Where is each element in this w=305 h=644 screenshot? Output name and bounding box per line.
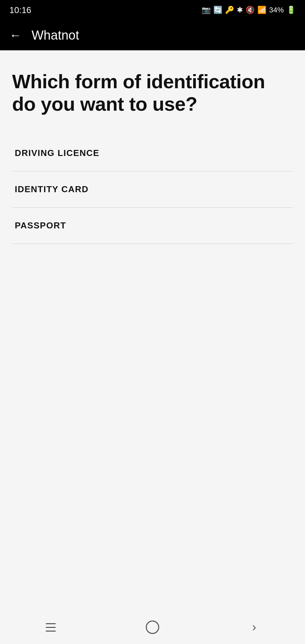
camera-icon: 📷: [202, 6, 211, 14]
battery-indicator: 34%: [269, 6, 284, 14]
status-time: 10:16: [9, 5, 31, 15]
recent-apps-icon: [46, 623, 56, 632]
option-driving-licence-label: DRIVING LICENCE: [15, 148, 99, 158]
options-list: DRIVING LICENCE IDENTITY CARD PASSPORT: [12, 135, 293, 244]
nav-title: Whatnot: [32, 28, 79, 43]
option-driving-licence[interactable]: DRIVING LICENCE: [12, 135, 293, 171]
option-passport[interactable]: PASSPORT: [12, 208, 293, 244]
android-nav-bar: ›: [0, 610, 305, 644]
nav-bar: ← Whatnot: [0, 20, 305, 50]
home-icon: [146, 621, 159, 634]
bluetooth-icon: ✱: [237, 6, 243, 14]
page-heading: Which form of identification do you want…: [12, 70, 293, 115]
back-button[interactable]: ←: [9, 28, 21, 42]
sync-icon: 🔄: [213, 6, 222, 14]
option-identity-card-label: IDENTITY CARD: [15, 184, 89, 195]
signal-icon: 📶: [257, 6, 266, 14]
option-identity-card[interactable]: IDENTITY CARD: [12, 171, 293, 208]
android-back-button[interactable]: ›: [241, 617, 268, 637]
battery-icon: 🔋: [287, 6, 296, 14]
main-content: Which form of identification do you want…: [0, 50, 305, 610]
android-back-icon: ›: [252, 620, 256, 634]
status-icons: 📷 🔄 🔑 ✱ 🔇 📶 34% 🔋: [202, 6, 296, 14]
option-passport-label: PASSPORT: [15, 220, 66, 231]
vpn-icon: 🔑: [225, 6, 234, 14]
home-button[interactable]: [139, 617, 166, 637]
recent-apps-button[interactable]: [37, 617, 64, 637]
status-bar: 10:16 📷 🔄 🔑 ✱ 🔇 📶 34% 🔋: [0, 0, 305, 20]
mute-icon: 🔇: [246, 6, 255, 14]
